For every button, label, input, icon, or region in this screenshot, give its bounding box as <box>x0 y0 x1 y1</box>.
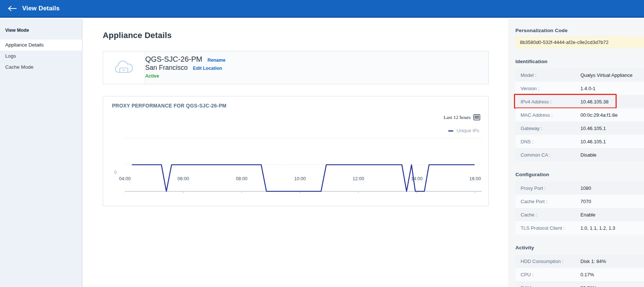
sidebar: View Mode Appliance DetailsLogsCache Mod… <box>0 19 82 287</box>
detail-value: 33.31% <box>580 285 597 287</box>
section-heading: Identification <box>515 59 644 64</box>
detail-value: Disable <box>580 152 596 158</box>
detail-value: 1080 <box>580 185 591 191</box>
legend-series-swatch <box>448 130 453 131</box>
section-heading: Configuration <box>515 172 644 177</box>
section-heading: Activity <box>515 245 644 250</box>
time-range-picker[interactable]: Last 12 hours <box>444 114 481 120</box>
x-tick-label: 16:00 <box>467 176 483 181</box>
sidebar-item-appliance-details[interactable]: Appliance Details <box>0 40 82 51</box>
main-content: Appliance Details QGS-SJC-26-PM Rename S… <box>83 19 508 287</box>
detail-label: MAC Address : <box>515 112 580 118</box>
detail-value: 10.46.105.1 <box>580 139 606 144</box>
legend-series-label: Unique IPs <box>457 128 479 133</box>
detail-row: Cache :Enable <box>515 208 644 221</box>
appliance-summary-card: QGS-SJC-26-PM Rename San Francisco Edit … <box>103 51 489 84</box>
detail-label: Version : <box>515 86 580 91</box>
personalization-code-value: 8b3580d0-532f-4444-af2e-c9e2cd3d7b72 <box>515 37 644 48</box>
detail-row: Common CA :Disable <box>515 148 644 161</box>
x-tick-label: 14:00 <box>409 176 425 181</box>
calendar-icon[interactable] <box>473 114 480 120</box>
detail-row: HDD Consumption :Disk 1: 84% <box>515 254 644 268</box>
page-header-title: View Details <box>22 5 59 12</box>
detail-row: DNS :10.46.105.1 <box>515 135 644 148</box>
detail-row: Gateway :10.46.105.1 <box>515 122 644 135</box>
detail-row: IPv4 Address :10.46.105.38 <box>515 95 644 108</box>
y-axis-zero-label: 0 <box>114 170 117 175</box>
x-tick-label: 06:00 <box>175 176 191 181</box>
detail-label: Common CA : <box>515 152 580 158</box>
detail-value: Enable <box>580 212 595 218</box>
detail-value: 10.46.105.1 <box>580 126 606 131</box>
detail-value: 7070 <box>580 199 591 204</box>
details-panel: Personalization Code 8b3580d0-532f-4444-… <box>508 19 644 287</box>
detail-label: CPU : <box>515 272 580 277</box>
line-plot <box>125 136 482 199</box>
detail-value: 00:0c:29:4a:f1:8e <box>580 112 617 118</box>
detail-row: Cache Port :7070 <box>515 195 644 208</box>
detail-value: 1.4.0-1 <box>580 86 595 91</box>
detail-label: Cache Port : <box>515 199 580 204</box>
detail-section-identification: IdentificationModel :Qualys Virtual Appl… <box>515 59 644 161</box>
detail-label: DNS : <box>515 139 580 144</box>
edit-location-link[interactable]: Edit Location <box>193 66 222 71</box>
left-arrow-icon <box>7 6 17 11</box>
detail-row: Model :Qualys Virtual Appliance <box>515 68 644 82</box>
x-tick-label: 08:00 <box>234 176 250 181</box>
appliance-name: QGS-SJC-26-PM <box>145 55 202 64</box>
proxy-performance-chart-card: PROXY PERFORMANCE FOR QGS-SJC-26-PM Last… <box>103 96 489 206</box>
back-button[interactable] <box>6 2 18 15</box>
detail-row: Version :1.4.0-1 <box>515 82 644 95</box>
chart-title: PROXY PERFORMANCE FOR QGS-SJC-26-PM <box>112 102 226 109</box>
detail-value: Disk 1: 84% <box>580 259 606 264</box>
detail-sections: IdentificationModel :Qualys Virtual Appl… <box>515 59 644 287</box>
detail-label: Gateway : <box>515 126 580 131</box>
x-tick-label: 12:00 <box>350 176 367 181</box>
detail-row: CPU :0.17% <box>515 268 644 281</box>
sidebar-section-label: View Mode <box>0 19 82 40</box>
detail-value: Qualys Virtual Appliance <box>580 72 633 78</box>
detail-value: 0.17% <box>580 272 594 277</box>
detail-label: HDD Consumption : <box>515 259 580 264</box>
detail-row: RAM :33.31% <box>515 281 644 287</box>
detail-label: Model : <box>515 72 580 78</box>
chart-legend[interactable]: Unique IPs <box>448 128 479 133</box>
detail-label: IPv4 Address : <box>515 99 580 105</box>
sidebar-item-cache-mode[interactable]: Cache Mode <box>0 62 82 73</box>
detail-label: Proxy Port : <box>515 185 580 191</box>
rename-link[interactable]: Rename <box>207 58 225 63</box>
appliance-info: QGS-SJC-26-PM Rename San Francisco Edit … <box>144 51 225 84</box>
detail-row: TLS Protocol Client :1.0, 1.1, 1.2, 1.3 <box>515 221 644 235</box>
app-header: View Details <box>0 0 644 18</box>
personalization-code-heading: Personalization Code <box>515 28 644 33</box>
appliance-icon-cell <box>103 51 144 84</box>
cloud-appliance-icon <box>113 59 134 76</box>
detail-label: RAM : <box>515 285 580 287</box>
detail-value: 10.46.105.38 <box>580 99 609 105</box>
detail-label: Cache : <box>515 212 580 218</box>
detail-section-activity: ActivityHDD Consumption :Disk 1: 84%CPU … <box>515 245 644 287</box>
appliance-location: San Francisco <box>145 64 188 72</box>
sidebar-items: Appliance DetailsLogsCache Mode <box>0 40 82 73</box>
sidebar-item-logs[interactable]: Logs <box>0 51 82 62</box>
time-range-label: Last 12 hours <box>444 115 471 120</box>
detail-label: TLS Protocol Client : <box>515 225 580 231</box>
detail-section-configuration: ConfigurationProxy Port :1080Cache Port … <box>515 172 644 235</box>
page-title: Appliance Details <box>103 31 172 40</box>
detail-row: MAC Address :00:0c:29:4a:f1:8e <box>515 108 644 122</box>
x-tick-label: 04:00 <box>117 176 133 181</box>
detail-row: Proxy Port :1080 <box>515 181 644 195</box>
status-badge: Active <box>145 74 225 79</box>
x-tick-label: 10:00 <box>292 176 308 181</box>
detail-value: 1.0, 1.1, 1.2, 1.3 <box>580 225 615 231</box>
